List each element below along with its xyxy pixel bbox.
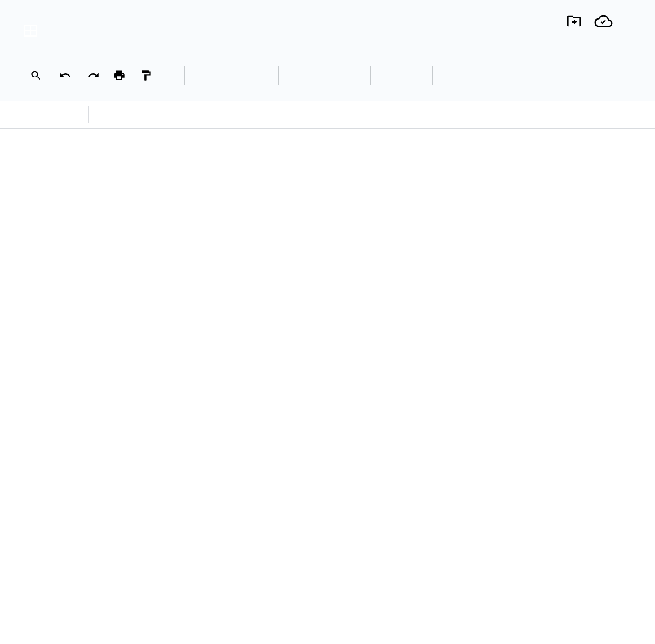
toolbar-area bbox=[0, 58, 655, 101]
logo-fold bbox=[34, 13, 43, 21]
formula-bar-divider bbox=[88, 106, 89, 123]
toolbar-divider bbox=[184, 66, 185, 85]
topbar bbox=[0, 0, 655, 58]
search-icon[interactable] bbox=[30, 69, 42, 82]
google-sheets-logo-icon[interactable] bbox=[18, 13, 43, 46]
logo-table-glyph bbox=[24, 25, 37, 37]
paint-format-icon[interactable] bbox=[140, 69, 152, 82]
toolbar-divider bbox=[370, 66, 371, 85]
google-sheets-app bbox=[0, 0, 655, 644]
font-size-input[interactable] bbox=[388, 66, 416, 85]
spreadsheet-grid bbox=[0, 129, 655, 644]
print-icon[interactable] bbox=[113, 69, 125, 82]
redo-icon[interactable] bbox=[87, 69, 99, 82]
cloud-saved-icon[interactable] bbox=[594, 13, 613, 29]
toolbar-divider bbox=[432, 66, 433, 85]
undo-icon[interactable] bbox=[59, 69, 71, 82]
toolbar bbox=[16, 60, 655, 90]
move-to-folder-icon[interactable] bbox=[565, 13, 582, 29]
toolbar-divider bbox=[278, 66, 279, 85]
formula-bar bbox=[0, 101, 655, 129]
